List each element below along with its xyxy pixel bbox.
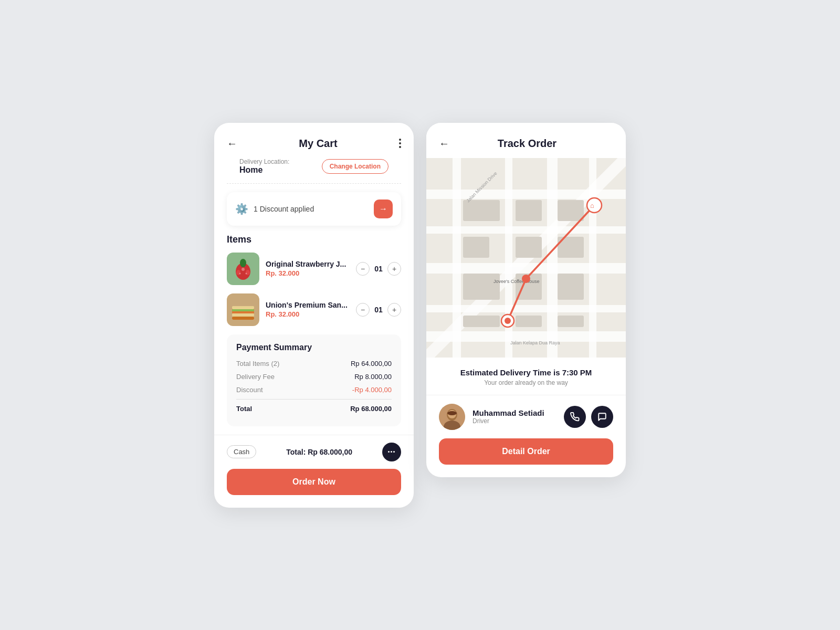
- cart-footer: Cash Total: Rp 68.000,00: [214, 435, 414, 469]
- svg-point-4: [246, 270, 250, 275]
- discount-section: ⚙️ 1 Discount applied →: [227, 192, 401, 226]
- chat-driver-button[interactable]: [591, 406, 613, 428]
- svg-rect-14: [232, 317, 254, 320]
- driver-avatar: [439, 404, 465, 430]
- payment-row-discount: Discount -Rp 4.000,00: [236, 386, 392, 394]
- svg-text:Jovee's Coffee House: Jovee's Coffee House: [494, 279, 540, 284]
- total-value: Rp 68.000,00: [350, 405, 392, 413]
- cart-item: Original Strawberry J... Rp. 32.000 − 01…: [227, 253, 401, 285]
- payment-row-delivery: Delivery Fee Rp 8.000,00: [236, 373, 392, 381]
- svg-rect-29: [516, 200, 542, 221]
- delivery-value: Home: [239, 165, 289, 175]
- track-back-button[interactable]: ←: [439, 138, 449, 150]
- delivery-info: Delivery Location: Home: [239, 158, 289, 175]
- change-location-button[interactable]: Change Location: [322, 159, 388, 174]
- discount-label: Discount: [236, 386, 263, 394]
- item-quantity-2: − 01 +: [356, 303, 401, 317]
- items-section: Items Original Strawbe: [214, 234, 414, 326]
- on-way-text: Your order already on the way: [439, 379, 613, 386]
- discount-arrow-button[interactable]: →: [374, 200, 393, 218]
- payment-summary: Payment Summary Total Items (2) Rp 64.00…: [227, 334, 401, 426]
- item-image-2: [227, 293, 259, 326]
- item-name-2: Union's Premium San...: [266, 301, 350, 309]
- estimated-time: Estimated Delivery Time is 7:30 PM: [439, 368, 613, 377]
- discount-left: ⚙️ 1 Discount applied: [235, 203, 314, 215]
- svg-rect-24: [547, 158, 558, 358]
- svg-text:⌂: ⌂: [590, 202, 594, 209]
- svg-point-53: [447, 411, 457, 415]
- item-image-1: [227, 253, 259, 285]
- svg-rect-33: [463, 274, 500, 300]
- svg-rect-30: [558, 200, 584, 221]
- driver-info: Muhammad Setiadi Driver: [472, 408, 556, 425]
- detail-order-button[interactable]: Detail Order: [439, 438, 613, 465]
- discount-text: 1 Discount applied: [254, 205, 314, 213]
- svg-rect-35: [558, 274, 584, 300]
- item-name-1: Original Strawberry J...: [266, 260, 350, 268]
- call-driver-button[interactable]: [564, 406, 586, 428]
- item-quantity-1: − 01 +: [356, 262, 401, 276]
- item-details-2: Union's Premium San... Rp. 32.000: [266, 301, 350, 318]
- item-price-1: Rp. 32.000: [266, 269, 350, 277]
- increase-qty-2[interactable]: +: [387, 303, 401, 317]
- total-label: Total: [236, 405, 252, 413]
- cart-back-button[interactable]: ←: [227, 138, 237, 150]
- track-header: ← Track Order: [426, 123, 626, 158]
- screens-container: ← My Cart Delivery Location: Home Change…: [214, 123, 626, 508]
- driver-actions: [564, 406, 613, 428]
- order-now-button[interactable]: Order Now: [227, 469, 401, 495]
- svg-rect-32: [516, 237, 542, 258]
- item-details-1: Original Strawberry J... Rp. 32.000: [266, 260, 350, 277]
- cart-item: Union's Premium San... Rp. 32.000 − 01 +: [227, 293, 401, 326]
- footer-total: Total: Rp 68.000,00: [286, 448, 352, 456]
- cart-title: My Cart: [299, 138, 337, 150]
- svg-point-45: [505, 318, 511, 324]
- svg-point-7: [246, 272, 247, 274]
- decrease-qty-2[interactable]: −: [356, 303, 370, 317]
- svg-rect-11: [232, 309, 254, 311]
- track-info-section: Estimated Delivery Time is 7:30 PM Your …: [426, 358, 626, 395]
- payment-summary-title: Payment Summary: [236, 343, 392, 352]
- driver-role: Driver: [472, 417, 556, 425]
- svg-rect-12: [232, 311, 254, 313]
- svg-rect-36: [463, 316, 500, 327]
- total-items-value: Rp 64.000,00: [351, 360, 392, 368]
- footer-menu-button[interactable]: [382, 443, 401, 461]
- svg-rect-10: [232, 306, 254, 309]
- svg-rect-28: [463, 237, 489, 258]
- svg-point-3: [236, 270, 240, 275]
- discount-icon: ⚙️: [235, 203, 248, 215]
- payment-method-badge: Cash: [227, 445, 256, 458]
- qty-value-1: 01: [374, 265, 383, 273]
- item-price-2: Rp. 32.000: [266, 310, 350, 318]
- svg-point-46: [522, 275, 530, 283]
- payment-row-total: Total Rp 68.000,00: [236, 405, 392, 413]
- track-title: Track Order: [456, 138, 598, 150]
- qty-value-2: 01: [374, 306, 383, 314]
- track-screen: ← Track Order: [426, 123, 626, 477]
- cart-header: ← My Cart: [214, 123, 414, 158]
- delivery-section: Delivery Location: Home Change Location: [227, 158, 401, 184]
- delivery-label: Delivery Location:: [239, 158, 289, 165]
- driver-section: Muhammad Setiadi Driver: [426, 395, 626, 438]
- driver-name: Muhammad Setiadi: [472, 408, 556, 417]
- payment-row-items: Total Items (2) Rp 64.000,00: [236, 360, 392, 368]
- dots-icon: [388, 451, 395, 453]
- delivery-fee-label: Delivery Fee: [236, 373, 275, 381]
- svg-rect-38: [558, 316, 584, 327]
- svg-point-47: [587, 198, 602, 213]
- svg-rect-13: [232, 313, 254, 317]
- increase-qty-1[interactable]: +: [387, 262, 401, 276]
- svg-rect-37: [516, 316, 542, 327]
- total-items-label: Total Items (2): [236, 360, 279, 368]
- delivery-fee-value: Rp 8.000,00: [354, 373, 392, 381]
- decrease-qty-1[interactable]: −: [356, 262, 370, 276]
- discount-value: -Rp 4.000,00: [352, 386, 392, 394]
- svg-point-5: [242, 268, 245, 271]
- svg-point-2: [240, 259, 246, 267]
- map-svg: Jalan Mission Drive Jalan Kelapa Dua Ray…: [426, 158, 626, 358]
- more-options-button[interactable]: [399, 139, 401, 148]
- svg-text:Jalan Kelapa Dua Raya: Jalan Kelapa Dua Raya: [510, 340, 560, 345]
- items-title: Items: [227, 234, 401, 245]
- map-container[interactable]: Jalan Mission Drive Jalan Kelapa Dua Ray…: [426, 158, 626, 358]
